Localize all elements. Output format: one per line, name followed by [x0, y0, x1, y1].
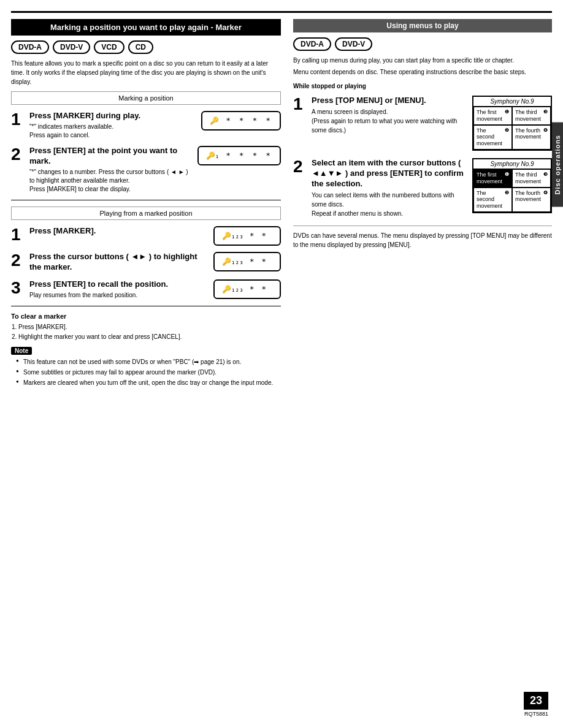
step-1-row: 1 Press [MARKER] during play. "*" indica… [11, 111, 281, 140]
step-4-row: 2 Press the cursor buttons ( ◄► ) to hig… [11, 252, 281, 274]
page-number-area: 23 RQT5881 [524, 692, 548, 717]
subsection-marking: Marking a position [11, 91, 281, 105]
right-intro-p2: Menu content depends on disc. These oper… [293, 67, 552, 77]
badge-dvda: DVD-A [11, 40, 49, 54]
right-step-1-display: Symphony No.9 ❶The firstmovement ❸The th… [472, 96, 552, 151]
step-4-title: Press the cursor buttons ( ◄► ) to highl… [29, 252, 209, 273]
left-section-header: Marking a position you want to play agai… [11, 19, 281, 36]
clear-list: Press [MARKER]. Highlight the marker you… [11, 322, 281, 342]
right-step-2-title: Select an item with the cursor buttons (… [312, 158, 467, 189]
symphony-box-1: Symphony No.9 ❶The firstmovement ❸The th… [472, 96, 552, 151]
while-label: While stopped or playing [293, 82, 552, 91]
step-5-note: Play resumes from the marked position. [29, 291, 209, 300]
step-4-display-area: 🔑₁₂₃ * * [213, 252, 281, 271]
note-badge: Note [11, 347, 32, 355]
sym2-num-4: ❹ [543, 190, 548, 196]
badge-right-dvda: DVD-A [293, 37, 331, 51]
note-item-1: This feature can not be used with some D… [18, 357, 281, 366]
symphony-2-title: Symphony No.9 [473, 159, 551, 169]
step-5-title: Press [ENTER] to recall the position. [29, 279, 209, 290]
step-3-display: 🔑₁₂₃ * * [213, 226, 281, 246]
sym2-cell-4: ❹The fourthmovement [512, 188, 551, 212]
rqt-code: RQT5881 [524, 711, 548, 717]
right-section-header: Using menus to play [293, 19, 552, 32]
right-column: Using menus to play DVD-A DVD-V By calli… [293, 19, 552, 389]
sym2-cell-1: ❶The firstmovement [473, 169, 512, 188]
step-1-display-area: 🔑 * * * * [201, 111, 281, 131]
symphony-2-grid: ❶The firstmovement ❸The thirdmovement ❷T… [473, 169, 551, 212]
top-border [11, 11, 552, 13]
step-3-content: Press [MARKER]. [29, 226, 209, 238]
disc-badges-right: DVD-A DVD-V [293, 37, 552, 51]
symphony-1-grid: ❶The firstmovement ❸The thirdmovement ❷T… [473, 107, 551, 150]
step-2-title: Press [ENTER] at the point you want to m… [29, 146, 193, 167]
step-3-num: 1 [11, 226, 25, 243]
right-step-2-display: Symphony No.9 ❶The firstmovement ❸The th… [472, 158, 552, 213]
hdivider-1 [11, 200, 281, 200]
sym1-num-1: ❶ [505, 109, 509, 115]
step-1-note: "*" indicates markers available.Press ag… [29, 123, 196, 140]
symphony-box-2: Symphony No.9 ❶The firstmovement ❸The th… [472, 158, 552, 213]
badge-cd: CD [128, 40, 153, 54]
disc-badges-left: DVD-A DVD-V VCD CD [11, 40, 281, 54]
right-step-1-content: Press [TOP MENU] or [MENU]. A menu scree… [312, 96, 467, 135]
sym2-num-1: ❶ [505, 172, 509, 178]
note-list: This feature can not be used with some D… [11, 357, 281, 387]
dvd-note: DVDs can have several menus. The menu di… [293, 226, 552, 249]
hdivider-2 [11, 306, 281, 306]
right-step-2-note: You can select items with the numbered b… [312, 191, 467, 218]
clear-marker-section: To clear a marker Press [MARKER]. Highli… [11, 313, 281, 342]
subsection-playing: Playing from a marked position [11, 207, 281, 220]
step-1-content: Press [MARKER] during play. "*" indicate… [29, 111, 196, 140]
step-3-row: 1 Press [MARKER]. 🔑₁₂₃ * * [11, 226, 281, 246]
step-2-display: 🔑₁ * * * * [197, 146, 281, 165]
step-2-content: Press [ENTER] at the point you want to m… [29, 146, 193, 194]
right-step-2-row: 2 Select an item with the cursor buttons… [293, 158, 552, 218]
step-2-note: "*" changes to a number. Press the curso… [29, 168, 193, 194]
right-intro-p1: By calling up menus during play, you can… [293, 56, 552, 65]
sym1-cell-1: ❶The firstmovement [473, 107, 512, 125]
clear-step-2: Highlight the marker you want to clear a… [18, 332, 281, 342]
right-step-1-note: A menu screen is displayed. (Press again… [312, 107, 467, 135]
step-2-display-area: 🔑₁ * * * * [197, 146, 281, 165]
left-intro: This feature allows you to mark a specif… [11, 59, 281, 86]
note-section: Note This feature can not be used with s… [11, 347, 281, 387]
step-3-display-area: 🔑₁₂₃ * * [213, 226, 281, 246]
note-item-2: Some subtitles or pictures may fail to a… [18, 368, 281, 377]
symphony-1-title: Symphony No.9 [473, 97, 551, 107]
step-5-display: 🔑₁₂₃ * * [213, 279, 281, 299]
step-2-row: 2 Press [ENTER] at the point you want to… [11, 146, 281, 194]
left-column: Marking a position you want to play agai… [11, 19, 281, 389]
sym1-num-4: ❹ [543, 127, 548, 134]
page: Marking a position you want to play agai… [0, 0, 563, 728]
step-5-row: 3 Press [ENTER] to recall the position. … [11, 279, 281, 300]
clear-title: To clear a marker [11, 313, 281, 320]
sym2-num-3: ❷ [505, 190, 509, 196]
step-4-display: 🔑₁₂₃ * * [213, 252, 281, 271]
badge-vcd: VCD [94, 40, 124, 54]
step-3-title: Press [MARKER]. [29, 226, 209, 237]
step-5-num: 3 [11, 279, 25, 297]
step-2-num: 2 [11, 146, 25, 163]
sym2-cell-2: ❸The thirdmovement [512, 169, 551, 188]
page-number: 23 [524, 692, 548, 710]
badge-dvdv: DVD-V [53, 40, 90, 54]
sym2-cell-3: ❷The secondmovement [473, 188, 512, 212]
step-4-content: Press the cursor buttons ( ◄► ) to highl… [29, 252, 209, 274]
right-step-2-num: 2 [293, 158, 307, 175]
right-step-1-num: 1 [293, 96, 307, 113]
vertical-disc-ops-label: Disc operations [552, 123, 563, 207]
sym1-num-2: ❸ [543, 109, 548, 115]
step-4-num: 2 [11, 252, 25, 269]
sym1-cell-2: ❸The thirdmovement [512, 107, 551, 125]
two-columns: Marking a position you want to play agai… [11, 19, 552, 389]
note-item-3: Markers are cleared when you turn off th… [18, 378, 281, 387]
clear-step-1: Press [MARKER]. [18, 322, 281, 332]
right-step-1-row: 1 Press [TOP MENU] or [MENU]. A menu scr… [293, 96, 552, 151]
step-1-display: 🔑 * * * * [201, 111, 281, 131]
step-5-content: Press [ENTER] to recall the position. Pl… [29, 279, 209, 300]
right-step-2-content: Select an item with the cursor buttons (… [312, 158, 467, 218]
step-5-display-area: 🔑₁₂₃ * * [213, 279, 281, 299]
sym1-num-3: ❷ [505, 127, 509, 134]
right-step-1-title: Press [TOP MENU] or [MENU]. [312, 96, 467, 106]
